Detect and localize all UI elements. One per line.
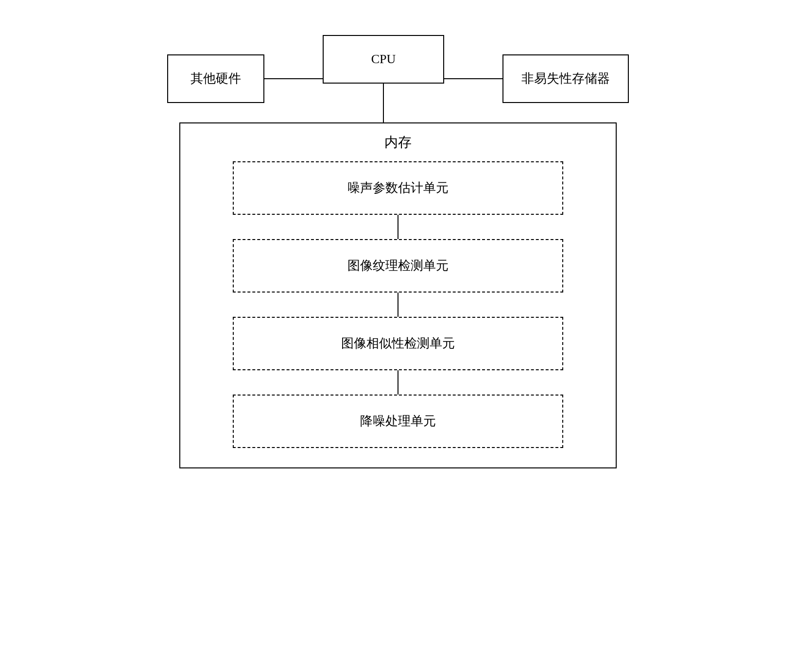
- connector3-4: [398, 370, 398, 395]
- unit4-box: 降噪处理单元: [233, 395, 563, 448]
- unit3-label: 图像相似性检测单元: [341, 335, 455, 352]
- unit4-label: 降噪处理单元: [360, 413, 436, 430]
- cpu-wrapper: CPU: [323, 35, 444, 122]
- nonvolatile-label: 非易失性存储器: [521, 70, 610, 87]
- left-h-connector: [264, 78, 323, 79]
- other-hardware-box: 其他硬件: [167, 54, 264, 103]
- cpu-box: CPU: [323, 35, 444, 84]
- other-hardware-label: 其他硬件: [190, 70, 241, 87]
- nonvolatile-box: 非易失性存储器: [502, 54, 629, 103]
- unit1-label: 噪声参数估计单元: [347, 179, 449, 196]
- cpu-label: CPU: [371, 52, 396, 67]
- unit3-box: 图像相似性检测单元: [233, 317, 563, 370]
- unit2-box: 图像纹理检测单元: [233, 239, 563, 293]
- right-h-connector: [444, 78, 502, 79]
- cpu-down-connector: [383, 84, 384, 122]
- diagram-container: 其他硬件 CPU 非易失性存储器 内存 噪声参数估计单元 图像纹理检测单元: [106, 20, 690, 652]
- connector2-3: [398, 293, 398, 317]
- top-row: 其他硬件 CPU 非易失性存储器: [106, 35, 690, 122]
- unit2-label: 图像纹理检测单元: [347, 257, 449, 274]
- connector1-2: [398, 215, 398, 239]
- memory-outer-box: 内存 噪声参数估计单元 图像纹理检测单元 图像相似性检测单元 降噪处理单元: [179, 122, 617, 468]
- unit1-box: 噪声参数估计单元: [233, 161, 563, 215]
- memory-label: 内存: [384, 133, 412, 152]
